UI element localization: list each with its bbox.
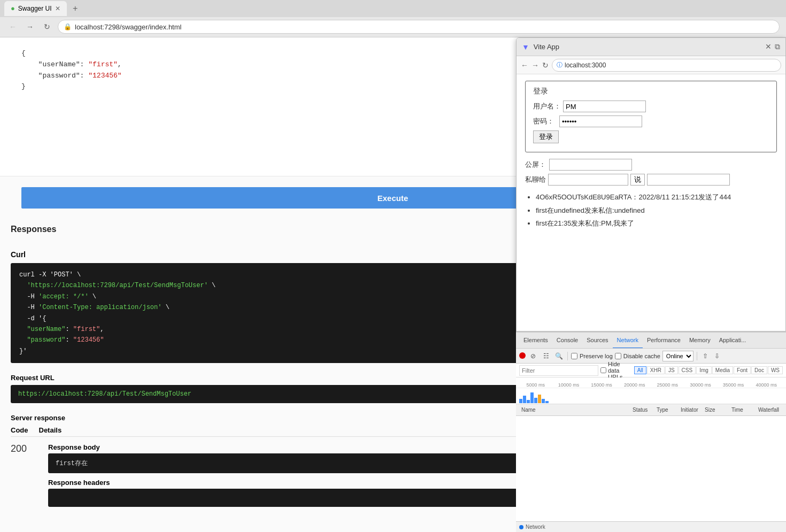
- username-input[interactable]: [563, 101, 646, 112]
- vite-favicon-icon: ▼: [522, 43, 529, 51]
- timeline-ticks: 5000 ms 10000 ms 15000 ms 20000 ms 25000…: [516, 377, 786, 388]
- filter-doc-btn[interactable]: Doc: [751, 366, 767, 374]
- username-row: 用户名：: [533, 101, 769, 112]
- tab-sources[interactable]: Sources: [582, 333, 612, 349]
- login-button[interactable]: 登录: [533, 130, 559, 143]
- disable-cache-checkbox[interactable]: [615, 353, 621, 359]
- tick-2: 10000 ms: [552, 382, 585, 388]
- devtools-tabs: Elements Console Sources Network Perform…: [516, 333, 786, 349]
- preserve-log-checkbox[interactable]: [571, 353, 577, 359]
- url-text: localhost:7298/swagger/index.html: [75, 23, 181, 31]
- vite-reload-btn[interactable]: ↻: [542, 61, 549, 70]
- status-col-header: Status: [630, 407, 654, 413]
- devtools-bottom-bar: Network: [516, 521, 786, 532]
- vite-address-bar[interactable]: ⓘ localhost:3000: [552, 59, 781, 72]
- vite-newwindow-btn[interactable]: ⧉: [775, 42, 780, 51]
- tab-bar: ● Swagger UI ✕ +: [0, 0, 786, 17]
- vite-tab-title: Vite App: [534, 43, 761, 51]
- code-header: Code: [11, 426, 28, 434]
- say-input[interactable]: [647, 174, 730, 186]
- vite-content: 登录 用户名： 密码： 登录 公屏： 私聊给: [517, 74, 785, 331]
- throttle-select[interactable]: Online: [662, 351, 693, 361]
- tick-8: 40000 ms: [750, 382, 783, 388]
- message-item-1: 4O6xR5OOUTsKdE8U9EaRTA：2022/8/11 21:15:2…: [536, 191, 777, 204]
- filter-bar: Hide data URLs All XHR JS CSS Img Media …: [516, 364, 786, 377]
- login-legend: 登录: [533, 87, 769, 96]
- name-col-header: Name: [519, 407, 630, 413]
- status-dot: [519, 525, 523, 529]
- filter-css-btn[interactable]: CSS: [679, 366, 696, 374]
- filter-icon-btn[interactable]: ☷: [541, 351, 551, 361]
- browser-chrome: ● Swagger UI ✕ + ← → ↻ 🔒 localhost:7298/…: [0, 0, 786, 37]
- username-label: 用户名：: [533, 102, 561, 111]
- tick-4: 20000 ms: [618, 382, 651, 388]
- tick-3: 15000 ms: [585, 382, 618, 388]
- broadcast-input[interactable]: [549, 159, 632, 171]
- network-content: [516, 416, 786, 521]
- chart-bar-4: [530, 392, 534, 403]
- filter-input[interactable]: [519, 365, 598, 376]
- time-col-header: Time: [729, 407, 756, 413]
- tab-performance[interactable]: Performance: [643, 333, 685, 349]
- clear-btn[interactable]: ⊘: [528, 351, 538, 361]
- devtools-toolbar: ⊘ ☷ 🔍 Preserve log Disable cache Online …: [516, 349, 786, 364]
- vite-info-icon: ⓘ: [557, 61, 562, 69]
- hide-data-urls-checkbox[interactable]: [600, 367, 606, 373]
- tick-7: 35000 ms: [717, 382, 750, 388]
- filter-all-btn[interactable]: All: [634, 366, 646, 374]
- vite-url: localhost:3000: [565, 61, 606, 69]
- vite-titlebar-buttons: ✕ ⧉: [765, 42, 780, 51]
- back-btn[interactable]: ←: [6, 20, 19, 33]
- filter-img-btn[interactable]: Img: [696, 366, 712, 374]
- tick-5: 25000 ms: [651, 382, 684, 388]
- vite-navbar: ← → ↻ ⓘ localhost:3000: [517, 56, 785, 74]
- waterfall-col-header: Waterfall: [756, 407, 783, 413]
- chart-bar-8: [545, 401, 549, 403]
- timeline-chart: [516, 388, 786, 403]
- new-tab-btn[interactable]: +: [69, 2, 82, 15]
- size-col-header: Size: [703, 407, 729, 413]
- nav-bar: ← → ↻ 🔒 localhost:7298/swagger/index.htm…: [0, 17, 786, 37]
- filter-font-btn[interactable]: Font: [734, 366, 751, 374]
- filter-type-buttons: All XHR JS CSS Img Media Font Doc WS: [634, 366, 783, 374]
- address-bar[interactable]: 🔒 localhost:7298/swagger/index.html: [58, 20, 780, 34]
- main-area: { "userName": "first", "password": "1234…: [0, 37, 786, 532]
- record-dot: [519, 352, 526, 359]
- password-row: 密码：: [533, 115, 769, 127]
- tab-application[interactable]: Applicati...: [715, 333, 751, 349]
- chart-bar-5: [534, 398, 537, 403]
- password-input[interactable]: [559, 115, 642, 127]
- search-icon-btn[interactable]: 🔍: [553, 351, 564, 361]
- say-button[interactable]: 说: [630, 174, 645, 186]
- vite-forward-btn[interactable]: →: [531, 61, 539, 70]
- private-row: 私聊给 说: [525, 174, 777, 186]
- tab-elements[interactable]: Elements: [519, 333, 552, 349]
- tab-close-btn[interactable]: ✕: [55, 5, 60, 12]
- tab-console[interactable]: Console: [552, 333, 582, 349]
- reload-btn[interactable]: ↻: [41, 20, 53, 33]
- preserve-log-group: Preserve log: [571, 353, 613, 359]
- vite-close-btn[interactable]: ✕: [765, 42, 772, 51]
- toolbar-separator-2: [697, 352, 697, 360]
- filter-xhr-btn[interactable]: XHR: [647, 366, 665, 374]
- type-col-header: Type: [654, 407, 679, 413]
- filter-js-btn[interactable]: JS: [665, 366, 678, 374]
- tab-network[interactable]: Network: [613, 333, 643, 349]
- export-btn[interactable]: ⇩: [712, 351, 722, 361]
- tick-1: 5000 ms: [519, 382, 552, 388]
- filter-ws-btn[interactable]: WS: [768, 366, 783, 374]
- private-label: 私聊给: [525, 175, 546, 184]
- password-label: 密码：: [533, 117, 557, 126]
- chart-bar-7: [542, 399, 545, 403]
- filter-media-btn[interactable]: Media: [712, 366, 733, 374]
- forward-btn[interactable]: →: [24, 20, 36, 33]
- chart-bar-3: [527, 400, 530, 403]
- response-code: 200: [11, 443, 37, 454]
- active-tab[interactable]: ● Swagger UI ✕: [4, 1, 67, 16]
- private-recipient-input[interactable]: [548, 174, 628, 186]
- import-btn[interactable]: ⇧: [700, 351, 710, 361]
- vite-back-btn[interactable]: ←: [521, 61, 528, 70]
- preserve-log-label: Preserve log: [580, 353, 613, 359]
- tab-memory[interactable]: Memory: [685, 333, 715, 349]
- record-btn[interactable]: [519, 351, 526, 361]
